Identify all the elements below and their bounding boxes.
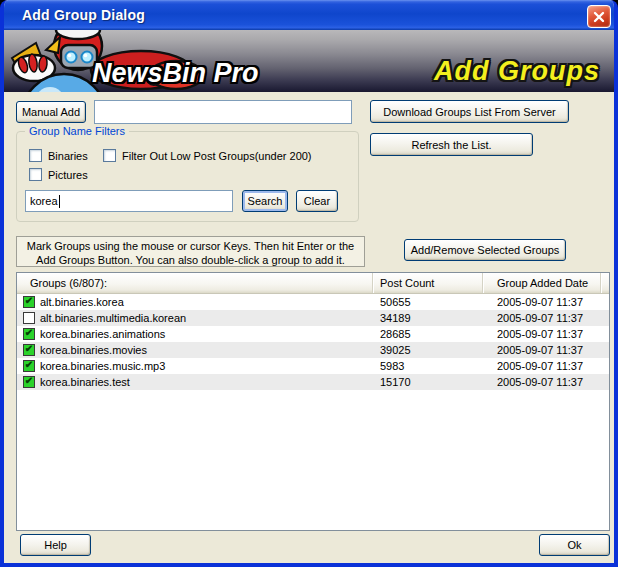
group-name: alt.binaries.korea	[40, 296, 124, 308]
group-post-count: 50655	[373, 296, 483, 308]
group-list-body: alt.binaries.korea 50655 2005-09-07 11:3…	[17, 294, 609, 390]
group-name-filters-groupbox: Group Name Filters Binaries Filter Out L…	[16, 131, 359, 222]
text-caret	[59, 195, 60, 208]
group-name: korea.binaries.test	[40, 376, 130, 388]
group-post-count: 39025	[373, 344, 483, 356]
manual-add-button[interactable]: Manual Add	[16, 101, 86, 123]
instructions-line1: Mark Groups using the mouse or cursor Ke…	[17, 239, 364, 253]
group-added-date: 2005-09-07 11:37	[483, 296, 601, 308]
filter-low-post-checkbox[interactable]	[103, 149, 116, 162]
close-icon	[593, 11, 605, 23]
filter-low-post-checkbox-label[interactable]: Filter Out Low Post Groups(under 200)	[122, 150, 312, 162]
groups-list[interactable]: Groups (6/807): Post Count Group Added D…	[16, 272, 610, 531]
column-header-groups[interactable]: Groups (6/807):	[17, 273, 373, 293]
column-header-post-count[interactable]: Post Count	[373, 273, 483, 293]
group-row[interactable]: korea.binaries.movies 39025 2005-09-07 1…	[17, 342, 609, 358]
group-post-count: 34189	[373, 312, 483, 324]
newsbin-logo-text: NewsBin Pro	[92, 58, 259, 89]
binaries-checkbox[interactable]	[29, 149, 42, 162]
clear-button[interactable]: Clear	[296, 190, 338, 212]
group-post-count: 28685	[373, 328, 483, 340]
download-groups-button[interactable]: Download Groups List From Server	[370, 100, 569, 123]
pictures-checkbox[interactable]	[29, 168, 42, 181]
group-search-input[interactable]: korea	[25, 190, 233, 212]
ok-button[interactable]: Ok	[539, 534, 610, 556]
title-bar[interactable]: Add Group Dialog	[0, 0, 618, 30]
group-name: korea.binaries.music.mp3	[40, 360, 165, 372]
group-post-count: 5983	[373, 360, 483, 372]
group-row[interactable]: alt.binaries.multimedia.korean 34189 200…	[17, 310, 609, 326]
group-added-date: 2005-09-07 11:37	[483, 376, 601, 388]
group-name: alt.binaries.multimedia.korean	[40, 312, 186, 324]
group-row-checkbox[interactable]	[23, 376, 35, 388]
group-row[interactable]: korea.binaries.music.mp3 5983 2005-09-07…	[17, 358, 609, 374]
group-row-checkbox[interactable]	[23, 360, 35, 372]
dialog-content: Manual Add Download Groups List From Ser…	[4, 92, 614, 563]
group-added-date: 2005-09-07 11:37	[483, 312, 601, 324]
group-row[interactable]: korea.binaries.test 15170 2005-09-07 11:…	[17, 374, 609, 390]
add-group-dialog-window: Add Group Dialog New	[0, 0, 618, 567]
group-row-checkbox[interactable]	[23, 344, 35, 356]
group-search-value: korea	[30, 195, 58, 207]
group-row-checkbox[interactable]	[23, 328, 35, 340]
group-row-checkbox[interactable]	[23, 312, 35, 324]
pictures-checkbox-label[interactable]: Pictures	[48, 169, 88, 181]
group-name: korea.binaries.movies	[40, 344, 147, 356]
column-header-filler	[601, 273, 609, 293]
groupbox-label: Group Name Filters	[25, 125, 129, 137]
group-post-count: 15170	[373, 376, 483, 388]
search-button[interactable]: Search	[242, 190, 288, 212]
help-button[interactable]: Help	[20, 534, 91, 556]
column-header-group-added-date[interactable]: Group Added Date	[483, 273, 601, 293]
group-name: korea.binaries.animations	[40, 328, 165, 340]
banner-heading: Add Groups	[434, 56, 600, 87]
window-title: Add Group Dialog	[22, 7, 145, 23]
binaries-checkbox-label[interactable]: Binaries	[48, 150, 88, 162]
group-row[interactable]: korea.binaries.animations 28685 2005-09-…	[17, 326, 609, 342]
group-added-date: 2005-09-07 11:37	[483, 344, 601, 356]
banner: NewsBin Pro Add Groups	[4, 30, 614, 92]
group-row-checkbox[interactable]	[23, 296, 35, 308]
instructions-text: Mark Groups using the mouse or cursor Ke…	[16, 236, 365, 267]
group-row[interactable]: alt.binaries.korea 50655 2005-09-07 11:3…	[17, 294, 609, 310]
instructions-line2: Add Groups Button. You can also double-c…	[17, 253, 364, 267]
groups-list-header: Groups (6/807): Post Count Group Added D…	[17, 273, 609, 294]
group-added-date: 2005-09-07 11:37	[483, 328, 601, 340]
add-remove-selected-groups-button[interactable]: Add/Remove Selected Groups	[404, 239, 566, 261]
refresh-list-button[interactable]: Refresh the List.	[370, 133, 533, 156]
close-button[interactable]	[587, 5, 611, 28]
manual-add-input[interactable]	[94, 100, 352, 124]
group-added-date: 2005-09-07 11:37	[483, 360, 601, 372]
